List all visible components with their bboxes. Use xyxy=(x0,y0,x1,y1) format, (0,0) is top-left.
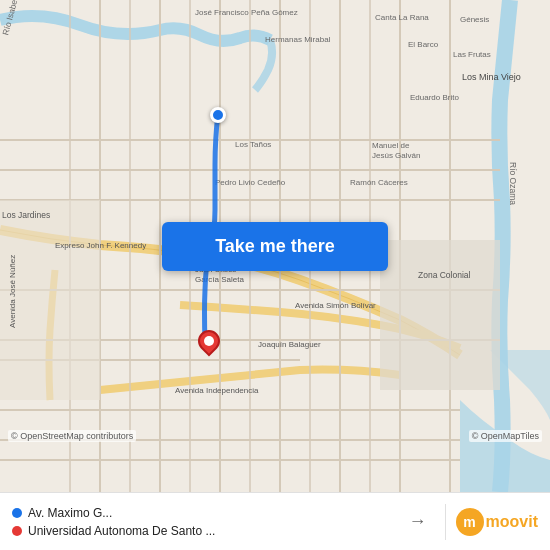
svg-text:Ramón Cáceres: Ramón Cáceres xyxy=(350,178,408,187)
svg-text:Avenida Simón Bolívar: Avenida Simón Bolívar xyxy=(295,301,376,310)
destination-marker xyxy=(198,330,222,362)
svg-rect-24 xyxy=(380,240,500,390)
openstreetmap-attribution: © OpenStreetMap contributors xyxy=(8,430,136,442)
svg-text:Avenida Independencia: Avenida Independencia xyxy=(175,386,259,395)
svg-text:Génesis: Génesis xyxy=(460,15,489,24)
svg-text:Zona Colonial: Zona Colonial xyxy=(418,270,471,280)
from-row: Av. Maximo G... xyxy=(12,504,401,522)
svg-text:Hermanas Mirabal: Hermanas Mirabal xyxy=(265,35,331,44)
divider xyxy=(445,504,446,540)
svg-text:Los Taños: Los Taños xyxy=(235,140,271,149)
route-info: Av. Maximo G... Universidad Autonoma De … xyxy=(12,504,401,540)
openmaptiles-attribution: © OpenMapTiles xyxy=(469,430,542,442)
to-label: Universidad Autonoma De Santo ... xyxy=(28,524,215,538)
to-row: Universidad Autonoma De Santo ... xyxy=(12,522,401,540)
svg-text:Río Ozama: Río Ozama xyxy=(508,162,518,205)
from-label: Av. Maximo G... xyxy=(28,506,112,520)
take-me-there-button[interactable]: Take me there xyxy=(162,222,388,271)
app-container: José Francisco Peña Gómez Hermanas Mirab… xyxy=(0,0,550,550)
arrow-icon: → xyxy=(401,511,435,532)
origin-marker xyxy=(210,107,226,123)
svg-text:Jesús Galván: Jesús Galván xyxy=(372,151,420,160)
svg-text:Avenida José Núñez: Avenida José Núñez xyxy=(8,255,17,328)
svg-text:Pedro Livio Cedeño: Pedro Livio Cedeño xyxy=(215,178,286,187)
moovit-circle-icon: m xyxy=(456,508,484,536)
svg-text:Las Frutas: Las Frutas xyxy=(453,50,491,59)
svg-text:Joaquín Balaguer: Joaquín Balaguer xyxy=(258,340,321,349)
svg-text:José Francisco Peña Gómez: José Francisco Peña Gómez xyxy=(195,8,298,17)
destination-dot xyxy=(12,526,22,536)
svg-text:Canta La Rana: Canta La Rana xyxy=(375,13,429,22)
svg-text:Eduardo Brito: Eduardo Brito xyxy=(410,93,459,102)
origin-dot xyxy=(12,508,22,518)
moovit-brand-name: moovit xyxy=(486,513,538,531)
svg-text:Expreso John F. Kennedy: Expreso John F. Kennedy xyxy=(55,241,146,250)
svg-text:Los Mina Viejo: Los Mina Viejo xyxy=(462,72,521,82)
svg-text:El Barco: El Barco xyxy=(408,40,439,49)
svg-text:Manuel de: Manuel de xyxy=(372,141,410,150)
bottom-bar: Av. Maximo G... Universidad Autonoma De … xyxy=(0,492,550,550)
map-area: José Francisco Peña Gómez Hermanas Mirab… xyxy=(0,0,550,492)
moovit-logo: m moovit xyxy=(456,508,538,536)
svg-text:Los Jardines: Los Jardines xyxy=(2,210,50,220)
svg-text:García Saleta: García Saleta xyxy=(195,275,244,284)
